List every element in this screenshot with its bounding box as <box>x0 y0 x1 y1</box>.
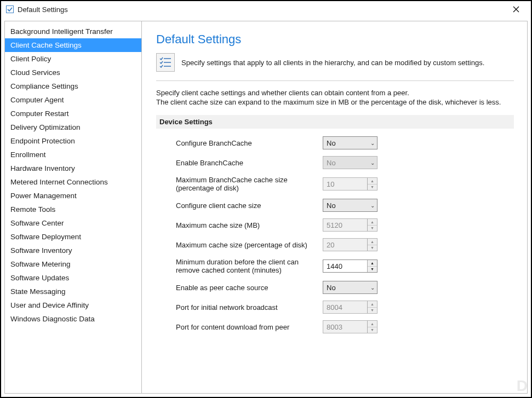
sidebar-item[interactable]: Software Updates <box>5 271 141 285</box>
setting-control-cell: 8003▲▼ <box>321 317 514 337</box>
sidebar-item[interactable]: Compliance Settings <box>5 79 141 93</box>
spinner-buttons: ▲▼ <box>367 260 377 272</box>
spinner-down-icon[interactable]: ▼ <box>368 267 377 273</box>
sidebar-item[interactable]: Client Cache Settings <box>5 38 141 52</box>
main-panel: Default Settings Specify settings that a… <box>142 21 527 393</box>
setting-row: Maximum BranchCache cache size (percenta… <box>156 172 514 195</box>
dropdown[interactable]: No⌄ <box>323 281 377 294</box>
spinner-buttons: ▲▼ <box>367 301 377 313</box>
spinner-value: 10 <box>323 178 367 190</box>
sidebar-item[interactable]: Endpoint Protection <box>5 134 141 148</box>
setting-row: Configure BranchCacheNo⌄ <box>156 133 514 153</box>
sidebar: Background Intelligent TransferClient Ca… <box>5 21 142 393</box>
setting-label: Minimum duration before the client can r… <box>156 255 321 278</box>
sidebar-item[interactable]: User and Device Affinity <box>5 298 141 312</box>
dropdown-value: No <box>327 284 336 292</box>
sidebar-item[interactable]: Computer Restart <box>5 107 141 120</box>
sidebar-item[interactable]: Delivery Optimization <box>5 120 141 134</box>
sidebar-item[interactable]: Power Management <box>5 189 141 203</box>
chevron-down-icon: ⌄ <box>370 160 375 166</box>
chevron-down-icon: ⌄ <box>370 203 375 209</box>
settings-table: Configure BranchCacheNo⌄Enable BranchCac… <box>156 133 514 337</box>
sidebar-item[interactable]: Software Metering <box>5 257 141 271</box>
sidebar-item[interactable]: Software Center <box>5 216 141 230</box>
desc-line-1: Specify client cache settings and whethe… <box>156 89 514 97</box>
number-spinner: 8003▲▼ <box>323 320 377 333</box>
sidebar-item[interactable]: Enrollment <box>5 148 141 161</box>
setting-control-cell: No⌄ <box>321 195 514 215</box>
setting-row: Minimum duration before the client can r… <box>156 255 514 278</box>
spinner-down-icon: ▼ <box>368 327 377 333</box>
setting-row: Enable as peer cache sourceNo⌄ <box>156 278 514 297</box>
svg-rect-0 <box>7 6 14 13</box>
setting-label: Enable BranchCache <box>156 153 321 172</box>
sidebar-item[interactable]: Windows Diagnostic Data <box>5 312 141 326</box>
number-spinner: 20▲▼ <box>323 238 377 251</box>
dropdown-value: No <box>327 159 336 167</box>
content-frame: Background Intelligent TransferClient Ca… <box>4 21 528 394</box>
sidebar-item[interactable]: Software Inventory <box>5 244 141 257</box>
sidebar-item[interactable]: Client Policy <box>5 52 141 66</box>
spinner-up-icon: ▲ <box>368 301 377 308</box>
spinner-buttons: ▲▼ <box>367 219 377 231</box>
description-block: Specify client cache settings and whethe… <box>156 89 514 106</box>
setting-control-cell: 8004▲▼ <box>321 297 514 317</box>
setting-control-cell: 5120▲▼ <box>321 215 514 235</box>
number-spinner[interactable]: 1440▲▼ <box>323 259 377 273</box>
setting-row: Port for initial network broadcast8004▲▼ <box>156 297 514 317</box>
spinner-buttons: ▲▼ <box>367 239 377 251</box>
spinner-down-icon: ▼ <box>368 245 377 251</box>
dropdown[interactable]: No⌄ <box>323 136 377 149</box>
section-header: Device Settings <box>156 115 514 129</box>
sidebar-item[interactable]: Remote Tools <box>5 203 141 216</box>
dropdown[interactable]: No⌄ <box>323 199 377 212</box>
page-heading: Default Settings <box>156 32 514 47</box>
number-spinner: 8004▲▼ <box>323 301 377 314</box>
spinner-down-icon: ▼ <box>368 308 377 314</box>
setting-label: Maximum cache size (MB) <box>156 215 321 235</box>
sidebar-item[interactable]: Background Intelligent Transfer <box>5 25 141 38</box>
titlebar: Default Settings <box>1 1 531 18</box>
app-icon <box>5 5 14 14</box>
sidebar-item[interactable]: Computer Agent <box>5 93 141 107</box>
chevron-down-icon: ⌄ <box>370 140 375 146</box>
spinner-up-icon[interactable]: ▲ <box>368 260 377 267</box>
checklist-icon <box>156 53 175 72</box>
setting-row: Configure client cache sizeNo⌄ <box>156 195 514 215</box>
spinner-value: 5120 <box>323 219 367 231</box>
spinner-down-icon: ▼ <box>368 184 377 191</box>
setting-control-cell: No⌄ <box>321 133 514 153</box>
spinner-up-icon: ▲ <box>368 219 377 226</box>
setting-row: Port for content download from peer8003▲… <box>156 317 514 337</box>
setting-label: Configure BranchCache <box>156 133 321 153</box>
desc-line-2: The client cache size can expand to the … <box>156 98 514 106</box>
setting-row: Maximum cache size (percentage of disk)2… <box>156 235 514 255</box>
setting-control-cell: 1440▲▼ <box>321 255 514 278</box>
setting-label: Enable as peer cache source <box>156 278 321 297</box>
setting-control-cell: 10▲▼ <box>321 172 514 195</box>
spinner-value: 8004 <box>323 301 367 313</box>
setting-label: Port for content download from peer <box>156 317 321 337</box>
intro-row: Specify settings that apply to all clien… <box>156 53 514 72</box>
spinner-up-icon: ▲ <box>368 321 377 327</box>
setting-control-cell: No⌄ <box>321 153 514 172</box>
spinner-buttons: ▲▼ <box>367 321 377 333</box>
sidebar-item[interactable]: Software Deployment <box>5 230 141 244</box>
sidebar-item[interactable]: Metered Internet Connections <box>5 175 141 189</box>
setting-label: Configure client cache size <box>156 195 321 215</box>
spinner-value: 8003 <box>323 321 367 333</box>
sidebar-item[interactable]: Hardware Inventory <box>5 161 141 175</box>
setting-control-cell: 20▲▼ <box>321 235 514 255</box>
spinner-up-icon: ▲ <box>368 178 377 184</box>
close-button[interactable] <box>505 2 528 16</box>
setting-label: Port for initial network broadcast <box>156 297 321 317</box>
spinner-buttons: ▲▼ <box>367 178 377 190</box>
sidebar-item[interactable]: State Messaging <box>5 285 141 298</box>
dropdown-value: No <box>327 139 336 147</box>
spinner-value: 20 <box>323 239 367 251</box>
dropdown: No⌄ <box>323 156 377 169</box>
sidebar-item[interactable]: Cloud Services <box>5 66 141 79</box>
intro-text: Specify settings that apply to all clien… <box>181 59 484 67</box>
dropdown-value: No <box>327 201 336 210</box>
number-spinner: 5120▲▼ <box>323 218 377 232</box>
